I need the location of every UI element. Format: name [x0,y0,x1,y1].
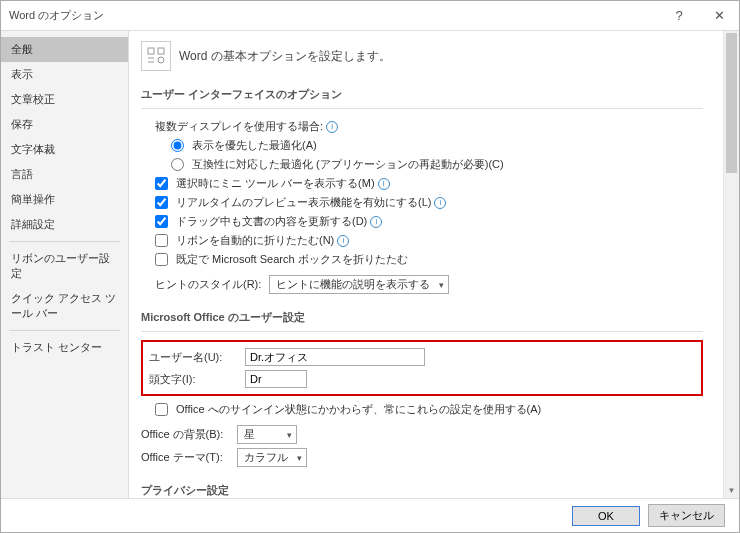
section-privacy-title: プライバシー設定 [141,479,703,498]
help-button[interactable]: ? [659,1,699,31]
info-icon[interactable]: i [434,197,446,209]
sidebar-item-general[interactable]: 全般 [1,37,128,62]
scroll-down-icon[interactable]: ▼ [724,482,739,498]
section-user-title: Microsoft Office のユーザー設定 [141,306,703,332]
hint-style-label: ヒントのスタイル(R): [155,277,261,292]
office-theme-select[interactable]: カラフル [237,448,307,467]
highlight-box: ユーザー名(U): 頭文字(I): [141,340,703,396]
info-icon[interactable]: i [378,178,390,190]
sidebar-item-typography[interactable]: 文字体裁 [1,137,128,162]
svg-point-4 [158,57,164,63]
sidebar-item-qat[interactable]: クイック アクセス ツール バー [1,286,128,326]
sidebar-item-proofing[interactable]: 文章校正 [1,87,128,112]
chk-ms-search-collapse[interactable]: 既定で Microsoft Search ボックスを折りたたむ [155,252,408,267]
info-icon[interactable]: i [326,121,338,133]
sidebar-item-language[interactable]: 言語 [1,162,128,187]
initials-input[interactable] [245,370,307,388]
ok-button[interactable]: OK [572,506,640,526]
page-header: Word の基本オプションを設定します。 [141,41,703,71]
sidebar-item-advanced[interactable]: 詳細設定 [1,212,128,237]
chk-realtime-preview[interactable]: リアルタイムのプレビュー表示機能を有効にする(L) [155,195,431,210]
cancel-button[interactable]: キャンセル [648,504,725,527]
radio-compat-priority[interactable]: 互換性に対応した最適化 (アプリケーションの再起動が必要)(C) [171,157,504,172]
scrollbar[interactable]: ▲ ▼ [723,31,739,498]
chk-auto-collapse-ribbon[interactable]: リボンを自動的に折りたたむ(N) [155,233,334,248]
options-icon [141,41,171,71]
multi-display-label: 複数ディスプレイを使用する場合: [155,119,323,134]
titlebar: Word のオプション ? ✕ [1,1,739,31]
info-icon[interactable]: i [337,235,349,247]
chk-mini-toolbar[interactable]: 選択時にミニ ツール バーを表示する(M) [155,176,375,191]
section-ui-title: ユーザー インターフェイスのオプション [141,83,703,109]
hint-style-select[interactable]: ヒントに機能の説明を表示する [269,275,449,294]
sidebar: 全般 表示 文章校正 保存 文字体裁 言語 簡単操作 詳細設定 リボンのユーザー… [1,31,129,498]
office-bg-label: Office の背景(B): [141,427,237,442]
chk-always-use-settings[interactable]: Office へのサインイン状態にかかわらず、常にこれらの設定を使用する(A) [155,402,541,417]
scroll-thumb[interactable] [726,33,737,173]
office-bg-select[interactable]: 星 [237,425,297,444]
sidebar-item-ease[interactable]: 簡単操作 [1,187,128,212]
chk-drag-update[interactable]: ドラッグ中も文書の内容を更新する(D) [155,214,367,229]
page-title: Word の基本オプションを設定します。 [179,48,391,65]
sidebar-item-save[interactable]: 保存 [1,112,128,137]
username-input[interactable] [245,348,425,366]
info-icon[interactable]: i [370,216,382,228]
svg-rect-1 [158,48,164,54]
sidebar-item-ribbon[interactable]: リボンのユーザー設定 [1,246,128,286]
dialog-footer: OK キャンセル [1,498,739,532]
initials-label: 頭文字(I): [149,372,245,387]
svg-rect-0 [148,48,154,54]
sidebar-item-trust[interactable]: トラスト センター [1,335,128,360]
close-button[interactable]: ✕ [699,1,739,31]
username-label: ユーザー名(U): [149,350,245,365]
window-title: Word のオプション [9,8,659,23]
sidebar-item-display[interactable]: 表示 [1,62,128,87]
office-theme-label: Office テーマ(T): [141,450,237,465]
radio-display-priority[interactable]: 表示を優先した最適化(A) [171,138,317,153]
